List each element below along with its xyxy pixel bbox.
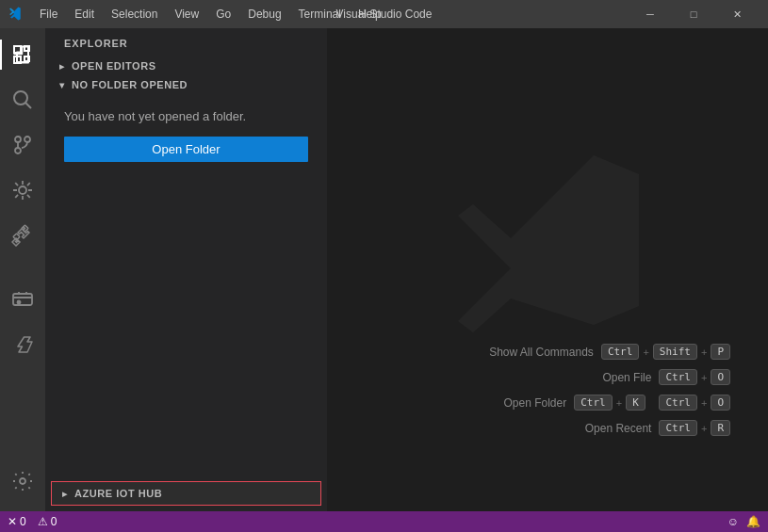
key-ctrl-4: Ctrl	[659, 395, 697, 411]
plus-icon-6: +	[701, 423, 707, 434]
shortcuts-panel: Show All Commands Ctrl + Shift + P Open …	[482, 344, 730, 436]
status-notifications[interactable]: 🔔	[746, 515, 760, 528]
open-folder-button[interactable]: Open Folder	[64, 137, 308, 162]
menu-selection[interactable]: Selection	[104, 6, 165, 23]
vscode-watermark-icon	[454, 146, 643, 337]
error-icon: ✕	[8, 515, 17, 528]
window-title: Visual Studio Code	[336, 8, 433, 21]
shortcut-open-file: Open File Ctrl + O	[566, 369, 730, 385]
folder-content: You have not yet opened a folder. Open F…	[45, 94, 327, 177]
smiley-icon: ☺	[727, 515, 739, 528]
status-bar-left: ✕ 0 ⚠ 0	[8, 515, 57, 528]
svg-rect-9	[13, 294, 32, 305]
key-o-1: O	[711, 369, 730, 385]
key-p: P	[711, 344, 730, 360]
plus-icon-4: +	[616, 397, 622, 409]
svg-point-10	[18, 301, 21, 304]
open-editors-toggle[interactable]: OPEN EDITORS	[45, 56, 327, 75]
activity-bar	[0, 28, 45, 511]
no-folder-section: NO FOLDER OPENED You have not yet opened…	[45, 75, 327, 177]
activity-debug[interactable]	[0, 168, 45, 213]
svg-point-3	[15, 137, 21, 142]
azure-iot-chevron-icon	[59, 488, 71, 499]
azure-iot-hub-label: AZURE IOT HUB	[74, 488, 162, 499]
shortcut-open-folder-keys: Ctrl + K Ctrl + O	[574, 395, 730, 411]
key-ctrl-1: Ctrl	[601, 344, 640, 360]
status-bar: ✕ 0 ⚠ 0 ☺ 🔔	[0, 511, 768, 532]
title-bar: File Edit Selection View Go Debug Termin…	[0, 0, 768, 28]
key-ctrl-3: Ctrl	[574, 395, 613, 411]
key-r: R	[711, 420, 730, 436]
shortcut-open-recent-label: Open Recent	[566, 422, 651, 435]
svg-point-11	[20, 478, 25, 484]
sidebar-header: EXPLORER	[45, 28, 327, 56]
shortcut-show-all-commands-label: Show All Commands	[489, 346, 594, 359]
shortcut-open-recent-keys: Ctrl + R	[659, 420, 730, 436]
svg-point-5	[15, 148, 21, 153]
shortcut-show-all-commands: Show All Commands Ctrl + Shift + P	[489, 344, 730, 360]
error-count: 0	[20, 515, 26, 528]
plus-icon-3: +	[701, 372, 707, 383]
svg-line-2	[25, 103, 31, 108]
svg-point-1	[14, 91, 27, 105]
shortcut-open-file-keys: Ctrl + O	[659, 369, 730, 385]
status-warnings[interactable]: ⚠ 0	[38, 515, 57, 528]
plus-icon-1: +	[643, 347, 648, 358]
maximize-button[interactable]: □	[672, 0, 715, 28]
warning-count: 0	[51, 515, 57, 528]
plus-icon-2: +	[701, 347, 707, 358]
open-editors-section: OPEN EDITORS	[45, 56, 327, 75]
shortcut-open-folder-label: Open Folder	[482, 396, 566, 410]
activity-azure[interactable]	[0, 322, 45, 367]
azure-iot-hub-panel: AZURE IOT HUB	[51, 481, 321, 506]
menu-edit[interactable]: Edit	[67, 6, 102, 23]
activity-search[interactable]	[0, 77, 45, 122]
menu-file[interactable]: File	[32, 6, 65, 23]
minimize-button[interactable]: ─	[629, 0, 672, 28]
shortcut-show-all-commands-keys: Ctrl + Shift + P	[601, 344, 730, 360]
activity-bar-bottom	[0, 459, 45, 511]
no-folder-label: NO FOLDER OPENED	[72, 79, 188, 90]
sidebar: EXPLORER OPEN EDITORS NO FOLDER OPENED Y…	[45, 28, 328, 511]
activity-remote-explorer[interactable]	[0, 277, 45, 322]
key-k: K	[626, 395, 645, 411]
close-button[interactable]: ✕	[715, 0, 759, 28]
activity-source-control[interactable]	[0, 122, 45, 168]
no-folder-toggle[interactable]: NO FOLDER OPENED	[45, 75, 327, 94]
status-errors[interactable]: ✕ 0	[8, 515, 26, 528]
vscode-logo-icon	[9, 7, 25, 22]
shortcut-open-recent: Open Recent Ctrl + R	[566, 420, 730, 436]
window-controls: ─ □ ✕	[629, 0, 759, 28]
status-feedback[interactable]: ☺	[727, 515, 739, 528]
azure-iot-hub-toggle[interactable]: AZURE IOT HUB	[52, 482, 320, 505]
plus-icon-5: +	[701, 397, 707, 409]
title-bar-left: File Edit Selection View Go Debug Termin…	[9, 6, 389, 23]
svg-point-4	[25, 137, 30, 142]
shortcut-open-folder: Open Folder Ctrl + K Ctrl + O	[482, 395, 730, 411]
editor-area: Show All Commands Ctrl + Shift + P Open …	[328, 28, 768, 511]
menu-go[interactable]: Go	[208, 6, 238, 23]
activity-explorer[interactable]	[0, 32, 45, 77]
menu-debug[interactable]: Debug	[240, 6, 288, 23]
warning-icon: ⚠	[38, 515, 48, 528]
activity-extensions[interactable]	[0, 213, 45, 258]
no-folder-chevron-icon	[57, 79, 68, 90]
shortcut-open-file-label: Open File	[566, 371, 651, 384]
folder-message: You have not yet opened a folder.	[64, 109, 308, 123]
main-area: EXPLORER OPEN EDITORS NO FOLDER OPENED Y…	[0, 28, 768, 511]
key-o-2: O	[711, 395, 730, 411]
activity-settings[interactable]	[0, 459, 45, 504]
status-bar-right: ☺ 🔔	[727, 515, 760, 528]
open-editors-chevron-icon	[57, 60, 68, 72]
bell-icon: 🔔	[746, 515, 760, 528]
key-shift: Shift	[653, 344, 697, 360]
key-ctrl-2: Ctrl	[659, 369, 697, 385]
key-ctrl-5: Ctrl	[659, 420, 697, 436]
svg-point-6	[19, 186, 26, 194]
sidebar-spacer	[45, 177, 327, 476]
open-editors-label: OPEN EDITORS	[72, 60, 156, 72]
menu-view[interactable]: View	[167, 6, 206, 23]
